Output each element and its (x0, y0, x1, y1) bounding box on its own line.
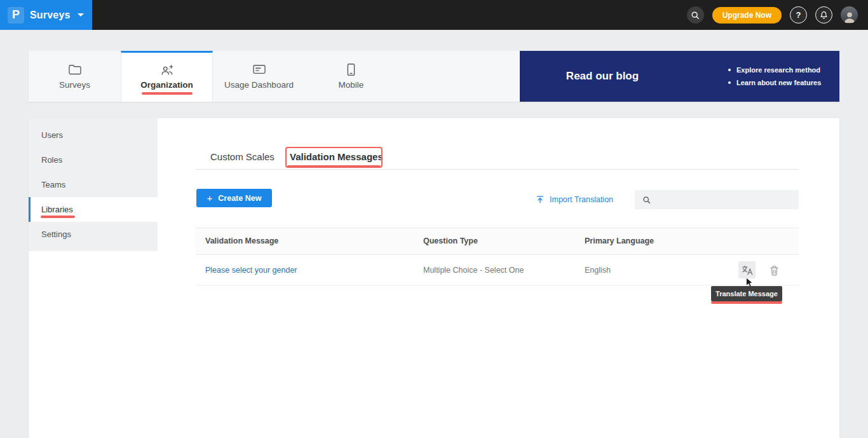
delete-button[interactable] (767, 263, 781, 277)
blog-title: Read our blog (520, 51, 685, 102)
bullet-dot (728, 69, 731, 71)
tabs-divider (196, 169, 799, 170)
tab-label: Surveys (59, 80, 90, 90)
sidebar-item-roles[interactable]: Roles (29, 147, 158, 172)
page: P Surveys Upgrade Now ? (0, 0, 868, 438)
sidebar-item-label: Teams (41, 180, 65, 189)
tab-label: Usage Dashboard (224, 80, 294, 90)
brand-name: Surveys (30, 10, 71, 21)
blog-bullet: Learn about new features (728, 79, 821, 86)
import-translation-label: Import Translation (550, 195, 613, 204)
tab-surveys[interactable]: Surveys (29, 51, 121, 102)
question-type-cell: Multiple Choice - Select One (423, 255, 524, 285)
blog-bullets: Explore research method Learn about new … (728, 66, 821, 86)
help-button[interactable]: ? (790, 6, 807, 24)
sidebar-item-label: Roles (41, 155, 62, 165)
annotation-underline-validation-messages (287, 165, 381, 168)
product-nav-card: Surveys Organization Usage Dashboard M (29, 51, 839, 102)
validation-message-link[interactable]: Please select your gender (205, 255, 297, 285)
import-translation-button[interactable]: Import Translation (536, 193, 613, 206)
sidebar-item-users[interactable]: Users (29, 123, 158, 147)
sidebar-item-libraries[interactable]: Libraries (29, 197, 158, 222)
search-box (635, 190, 799, 209)
col-header-question-type: Question Type (423, 228, 478, 254)
translate-icon (741, 264, 754, 276)
tab-label: Organization (140, 80, 193, 90)
sidebar-item-label: Users (41, 130, 63, 140)
organization-panel: Users Roles Teams Libraries Settings Cus… (29, 118, 839, 438)
annotation-underline-organization (142, 92, 193, 95)
search-button[interactable] (687, 6, 704, 24)
create-new-button[interactable]: + Create New (196, 189, 272, 207)
validation-messages-table: Validation Message Question Type Primary… (196, 228, 799, 285)
sidebar-item-label: Libraries (41, 205, 73, 214)
upgrade-button[interactable]: Upgrade Now (712, 7, 782, 24)
folder-icon (68, 62, 82, 77)
questionpro-logo: P (8, 7, 24, 24)
col-header-validation-message: Validation Message (205, 228, 278, 254)
annotation-underline-tooltip (711, 301, 782, 304)
tab-validation-messages[interactable]: Validation Messages (290, 151, 383, 162)
blog-bullet: Explore research method (728, 66, 821, 74)
search-icon (691, 11, 700, 20)
bell-icon (820, 11, 828, 19)
tab-organization[interactable]: Organization (121, 51, 213, 102)
bullet-dot (728, 81, 731, 84)
col-header-primary-language: Primary Language (585, 228, 654, 254)
import-upload-icon (536, 195, 545, 204)
tab-mobile[interactable]: Mobile (305, 51, 397, 102)
translate-message-tooltip: Translate Message (711, 286, 782, 301)
libraries-content: Custom Scales Validation Messages + Crea… (158, 118, 839, 438)
primary-language-cell: English (585, 255, 611, 285)
sidebar-item-teams[interactable]: Teams (29, 172, 158, 197)
annotation-underline-libraries (41, 216, 75, 218)
tab-usage-dashboard[interactable]: Usage Dashboard (213, 51, 305, 102)
chevron-down-icon (78, 13, 84, 17)
tab-custom-scales[interactable]: Custom Scales (210, 151, 275, 162)
bullet-text: Learn about new features (736, 79, 821, 86)
sidebar-item-label: Settings (41, 229, 71, 239)
create-new-label: Create New (218, 194, 261, 203)
blog-banner[interactable]: Read our blog Explore research method Le… (520, 51, 839, 102)
bullet-text: Explore research method (736, 66, 820, 74)
table-row: Please select your gender Multiple Choic… (196, 255, 799, 285)
search-icon (642, 196, 651, 204)
trash-icon (770, 265, 779, 276)
search-input[interactable] (656, 190, 799, 209)
tab-label: Mobile (339, 80, 364, 90)
person-icon (843, 10, 857, 24)
dashboard-icon (252, 62, 266, 77)
avatar[interactable] (841, 6, 858, 24)
organization-people-icon (159, 62, 175, 77)
notifications-button[interactable] (815, 6, 832, 24)
table-header-row: Validation Message Question Type Primary… (196, 228, 799, 255)
translate-message-button[interactable] (738, 261, 756, 278)
org-sidebar: Users Roles Teams Libraries Settings (29, 118, 158, 251)
sidebar-item-settings[interactable]: Settings (29, 222, 158, 247)
plus-icon: + (207, 193, 213, 203)
product-switcher[interactable]: P Surveys (0, 0, 92, 30)
topbar-actions: Upgrade Now ? (687, 0, 858, 30)
question-mark-icon: ? (796, 10, 801, 20)
topbar: P Surveys Upgrade Now ? (0, 0, 868, 30)
smartphone-icon (347, 62, 355, 77)
